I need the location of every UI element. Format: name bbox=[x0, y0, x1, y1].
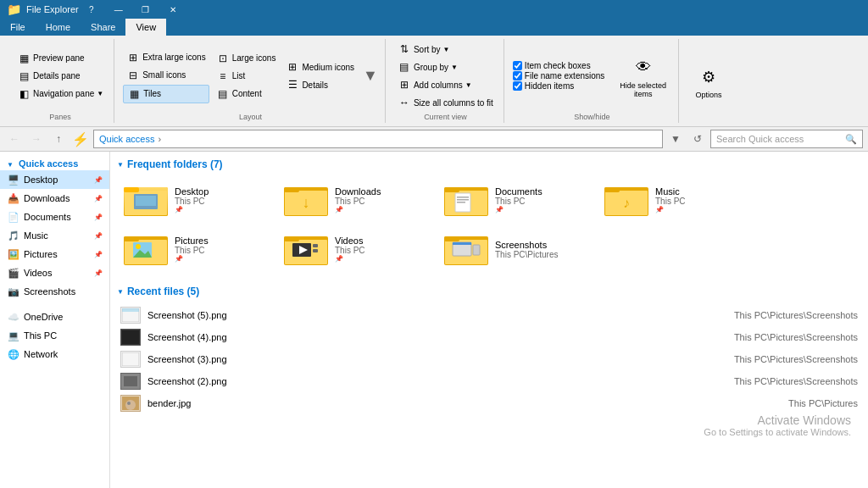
details-pane-btn[interactable]: ▤ Details pane bbox=[14, 68, 107, 85]
tab-view[interactable]: View bbox=[125, 19, 166, 36]
sidebar-item-documents[interactable]: 📄 Documents 📌 bbox=[0, 208, 109, 226]
file-row-3[interactable]: Screenshot (2).png This PC\Pictures\Scre… bbox=[117, 370, 861, 392]
list-btn[interactable]: ≡ List bbox=[213, 68, 280, 85]
large-icons-btn[interactable]: ⊡ Large icons bbox=[213, 50, 280, 67]
svg-text:♪: ♪ bbox=[623, 196, 630, 210]
extra-large-icons-btn[interactable]: ⊞ Extra large icons bbox=[123, 49, 209, 66]
folder-tile-desktop[interactable]: Desktop This PC 📌 bbox=[117, 177, 274, 223]
videos-icon: 🎬 bbox=[7, 266, 20, 280]
refresh-btn[interactable]: ↺ bbox=[688, 130, 707, 148]
folder-tile-music[interactable]: ♪ Music This PC 📌 bbox=[598, 177, 754, 223]
back-button[interactable]: ← bbox=[5, 130, 24, 148]
main-area: ▼ Quick access 🖥️ Desktop 📌 📥 Downloads … bbox=[0, 152, 868, 488]
minimize-button[interactable]: — bbox=[106, 0, 131, 19]
file-name-1: Screenshot (4).png bbox=[147, 332, 597, 342]
svg-rect-38 bbox=[453, 242, 471, 245]
hide-selected-btn[interactable]: 👁 Hide selecteditems bbox=[615, 51, 671, 102]
hidden-items-input[interactable] bbox=[513, 81, 522, 91]
forward-button[interactable]: → bbox=[27, 130, 46, 148]
music-icon: 🎵 bbox=[7, 229, 20, 242]
window-icon: 📁 bbox=[7, 3, 21, 16]
search-icon[interactable]: 🔍 bbox=[845, 134, 857, 145]
address-box[interactable]: Quick access › bbox=[93, 130, 663, 148]
show-hide-btns: 👁 Hide selecteditems bbox=[615, 51, 671, 102]
sidebar-item-network[interactable]: 🌐 Network bbox=[0, 345, 109, 363]
sidebar-item-music[interactable]: 🎵 Music 📌 bbox=[0, 226, 109, 245]
details-btn[interactable]: ☰ Details bbox=[282, 76, 358, 93]
sidebar-item-videos[interactable]: 🎬 Videos 📌 bbox=[0, 263, 109, 282]
folder-tile-videos[interactable]: Videos This PC 📌 bbox=[277, 226, 434, 272]
sidebar-item-downloads[interactable]: 📥 Downloads 📌 bbox=[0, 189, 109, 208]
up-button[interactable]: ↑ bbox=[49, 130, 68, 148]
onedrive-icon: ☁️ bbox=[7, 310, 20, 324]
sidebar-item-onedrive[interactable]: ☁️ OneDrive bbox=[0, 308, 109, 326]
content-btn[interactable]: ▤ Content bbox=[213, 86, 280, 103]
svg-text:↓: ↓ bbox=[303, 194, 310, 211]
small-icons-btn[interactable]: ⊟ Small icons bbox=[123, 67, 209, 84]
sidebar-item-thispc[interactable]: 💻 This PC bbox=[0, 326, 109, 345]
pin-icon-documents: 📌 bbox=[94, 214, 103, 221]
svg-rect-19 bbox=[604, 187, 620, 192]
layout-col1: ⊞ Extra large icons ⊟ Small icons ▦ Tile… bbox=[123, 49, 209, 103]
folder-icon-downloads: ↓ bbox=[284, 182, 328, 218]
group-by-btn[interactable]: ▤ Group by ▼ bbox=[394, 58, 497, 75]
item-check-boxes-input[interactable] bbox=[513, 61, 522, 70]
folder-name-pictures: Pictures bbox=[175, 236, 267, 246]
file-path-1: This PC\Pictures\Screenshots bbox=[604, 332, 858, 342]
medium-icons-icon: ⊞ bbox=[286, 60, 299, 74]
window-controls: ? — ❐ ✕ bbox=[79, 0, 186, 19]
folder-tile-downloads[interactable]: ↓ Downloads This PC 📌 bbox=[277, 177, 434, 223]
nav-pane-btn[interactable]: ◧ Navigation pane ▼ bbox=[14, 86, 107, 103]
hidden-items-check[interactable]: Hidden items bbox=[513, 81, 605, 91]
search-box[interactable]: Search Quick access 🔍 bbox=[710, 130, 863, 148]
tab-share[interactable]: Share bbox=[81, 19, 125, 36]
file-name-ext-input[interactable] bbox=[513, 71, 522, 80]
tab-home[interactable]: Home bbox=[36, 19, 81, 36]
quick-access-label[interactable]: ▼ Quick access bbox=[0, 155, 109, 170]
item-check-boxes-check[interactable]: Item check boxes bbox=[513, 61, 605, 70]
close-button[interactable]: ✕ bbox=[160, 0, 186, 19]
file-path-0: This PC\Pictures\Screenshots bbox=[604, 310, 858, 320]
tiles-btn[interactable]: ▦ Tiles bbox=[123, 85, 209, 103]
file-row-1[interactable]: Screenshot (4).png This PC\Pictures\Scre… bbox=[117, 326, 861, 348]
preview-pane-btn[interactable]: ▦ Preview pane bbox=[14, 50, 107, 67]
tab-file[interactable]: File bbox=[0, 19, 36, 36]
sidebar-item-desktop[interactable]: 🖥️ Desktop 📌 bbox=[0, 170, 109, 189]
sort-by-btn[interactable]: ⇅ Sort by ▼ bbox=[394, 41, 497, 58]
medium-icons-btn[interactable]: ⊞ Medium icons bbox=[282, 58, 358, 75]
nav-pane-dropdown[interactable]: ▼ bbox=[97, 90, 103, 97]
frequent-folders-header[interactable]: ▼ Frequent folders (7) bbox=[117, 158, 861, 170]
folder-tile-screenshots[interactable]: Screenshots This PC\Pictures bbox=[437, 226, 594, 272]
folder-tile-pictures[interactable]: Pictures This PC 📌 bbox=[117, 226, 274, 272]
downloads-icon: 📥 bbox=[7, 191, 20, 205]
svg-rect-14 bbox=[457, 197, 469, 198]
list-icon: ≡ bbox=[216, 69, 230, 83]
folder-icon-desktop bbox=[124, 182, 168, 218]
recent-files-list: Screenshot (5).png This PC\Pictures\Scre… bbox=[117, 304, 861, 414]
ribbon-tabs: File Home Share View bbox=[0, 19, 868, 36]
file-row-0[interactable]: Screenshot (5).png This PC\Pictures\Scre… bbox=[117, 304, 861, 326]
recent-files-header[interactable]: ▼ Recent files (5) bbox=[117, 286, 861, 297]
folder-info-documents: Documents This PC 📌 bbox=[495, 186, 587, 214]
svg-rect-5 bbox=[136, 196, 156, 206]
sidebar-item-pictures[interactable]: 🖼️ Pictures 📌 bbox=[0, 245, 109, 263]
file-row-4[interactable]: bender.jpg This PC\Pictures bbox=[117, 392, 861, 414]
options-btn[interactable]: ⚙ Options bbox=[687, 60, 730, 103]
hide-selected-icon: 👁 bbox=[630, 54, 657, 81]
layout-scroll[interactable]: ▼ bbox=[363, 67, 378, 85]
restore-button[interactable]: ❐ bbox=[133, 0, 159, 19]
size-columns-btn[interactable]: ↔ Size all columns to fit bbox=[394, 94, 497, 111]
folder-info-pictures: Pictures This PC 📌 bbox=[175, 236, 267, 263]
folder-tile-documents[interactable]: Documents This PC 📌 bbox=[437, 177, 594, 223]
file-row-2[interactable]: Screenshot (3).png This PC\Pictures\Scre… bbox=[117, 348, 861, 370]
address-dropdown-btn[interactable]: ▼ bbox=[666, 130, 685, 148]
file-name-extensions-check[interactable]: File name extensions bbox=[513, 71, 605, 80]
add-columns-btn[interactable]: ⊞ Add columns ▼ bbox=[394, 76, 497, 93]
current-view-group: ⇅ Sort by ▼ ▤ Group by ▼ ⊞ Add columns ▼ bbox=[387, 39, 504, 123]
desktop-icon: 🖥️ bbox=[7, 173, 20, 186]
folder-path-downloads: This PC bbox=[335, 197, 427, 206]
help-button[interactable]: ? bbox=[79, 0, 104, 19]
sidebar-item-screenshots[interactable]: 📷 Screenshots bbox=[0, 282, 109, 301]
svg-rect-29 bbox=[284, 236, 299, 241]
ribbon: File Home Share View ▦ Preview pane ▤ De… bbox=[0, 19, 868, 127]
